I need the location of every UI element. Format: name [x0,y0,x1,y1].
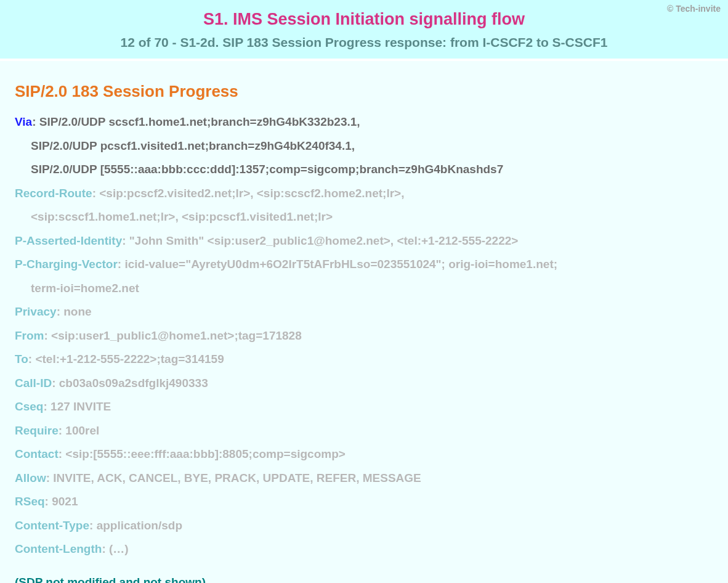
header-value: <sip:user1_public1@home1.net>;tag=171828 [51,329,302,342]
header-value: <tel:+1-212-555-2222>;tag=314159 [35,353,224,365]
header-name: Require [15,424,59,437]
header-cseq: Cseq: 127 INVITE [15,398,713,416]
copyright: © Tech-invite [667,4,721,14]
header-rseq: RSeq: 9021 [15,493,713,511]
header-sep: : [118,258,125,271]
header-name: P-Charging-Vector [15,258,118,271]
header-name: P-Asserted-Identity [15,234,122,247]
header-sep: : [45,495,52,508]
header-p-asserted-identity: P-Asserted-Identity: "John Smith" <sip:u… [15,232,713,250]
header-name: Content-Type [15,519,89,532]
header-sep: : [59,424,66,437]
header-record-route: Record-Route: <sip:pcscf2.visited2.net;l… [15,185,713,203]
header-value: term-ioi=home2.net [31,282,139,295]
header-sep: : [122,234,129,247]
header-sep: : [59,447,66,460]
header-value: cb03a0s09a2sdfglkj490333 [59,377,208,389]
header-value: <sip:scscf1.home1.net;lr>, <sip:pcscf1.v… [31,210,333,223]
header-name: Via [15,115,32,128]
header-record-route-cont: <sip:scscf1.home1.net;lr>, <sip:pcscf1.v… [15,208,713,226]
header-name: Contact [15,447,59,460]
header-name: Record-Route [15,187,92,200]
header-sep: : [92,187,100,200]
header-via: Via: SIP/2.0/UDP scscf1.home1.net;branch… [15,113,713,131]
header-value: (…) [109,542,129,555]
header-value: none [63,305,91,318]
header-sep: : [43,400,51,413]
header-to: To: <tel:+1-212-555-2222>;tag=314159 [15,351,713,369]
header-value: 9021 [52,495,78,508]
header-value: <sip:[5555::eee:fff:aaa:bbb]:8805;comp=s… [65,447,346,460]
header-privacy: Privacy: none [15,303,713,321]
header-sep: : [44,329,52,342]
header-via-cont-1: SIP/2.0/UDP pcscf1.visited1.net;branch=z… [15,137,713,155]
header-value: 127 INVITE [51,400,111,413]
header-value: application/sdp [97,519,182,532]
header-name: Cseq [15,400,43,413]
header-value: icid-value="AyretyU0dm+6O2IrT5tAFrbHLso=… [124,258,557,271]
sdp-note: (SDP not modified and not shown) [15,576,713,584]
header-value: 100rel [65,424,99,437]
page-title: S1. IMS Session Initiation signalling fl… [9,10,719,29]
header-value: SIP/2.0/UDP [5555::aaa:bbb:ccc:ddd]:1357… [31,163,503,176]
header-via-cont-2: SIP/2.0/UDP [5555::aaa:bbb:ccc:ddd]:1357… [15,161,713,179]
header-value: SIP/2.0/UDP scscf1.home1.net;branch=z9hG… [39,115,360,128]
header-name: Content-Length [15,542,102,555]
header-sep: : [28,353,36,365]
header-content-type: Content-Type: application/sdp [15,517,713,535]
sip-status-line: SIP/2.0 183 Session Progress [15,82,713,101]
header-name: Allow [15,471,46,484]
header-sep: : [57,305,64,318]
banner: © Tech-invite S1. IMS Session Initiation… [0,0,728,59]
header-require: Require: 100rel [15,422,713,440]
header-sep: : [52,377,59,389]
header-name: Privacy [15,305,57,318]
sip-message: SIP/2.0 183 Session Progress Via: SIP/2.… [0,61,728,583]
header-from: From: <sip:user1_public1@home1.net>;tag=… [15,327,713,345]
header-content-length: Content-Length: (…) [15,540,713,558]
header-sep: : [32,115,39,128]
header-contact: Contact: <sip:[5555::eee:fff:aaa:bbb]:88… [15,446,713,463]
header-value: SIP/2.0/UDP pcscf1.visited1.net;branch=z… [31,139,355,152]
header-sep: : [46,471,54,484]
header-name: To [15,353,28,365]
header-p-charging-vector: P-Charging-Vector: icid-value="AyretyU0d… [15,256,713,274]
header-value: <sip:pcscf2.visited2.net;lr>, <sip:scscf… [99,187,404,200]
header-allow: Allow: INVITE, ACK, CANCEL, BYE, PRACK, … [15,470,713,487]
header-value: INVITE, ACK, CANCEL, BYE, PRACK, UPDATE,… [53,471,421,484]
header-value: "John Smith" <sip:user2_public1@home2.ne… [129,234,519,247]
header-sep: : [89,519,97,532]
header-p-charging-vector-cont: term-ioi=home2.net [15,280,713,298]
header-call-id: Call-ID: cb03a0s09a2sdfglkj490333 [15,375,713,393]
header-name: From [15,329,44,342]
page-subtitle: 12 of 70 - S1-2d. SIP 183 Session Progre… [9,35,719,50]
header-name: Call-ID [15,377,52,389]
header-sep: : [102,542,109,555]
header-name: RSeq [15,495,45,508]
